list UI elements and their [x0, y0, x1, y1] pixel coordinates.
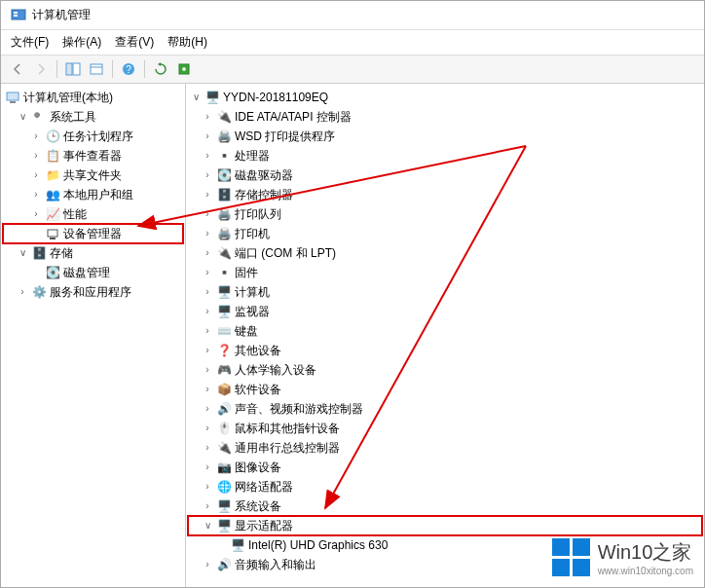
tree-performance[interactable]: ›📈性能 — [3, 204, 183, 224]
collapse-icon[interactable]: ∨ — [17, 108, 28, 126]
dm-firmware[interactable]: ›▪️固件 — [188, 263, 702, 282]
tree-system-tools[interactable]: ∨系统工具 — [3, 107, 183, 127]
dm-disk[interactable]: ›💽磁盘驱动器 — [188, 165, 702, 185]
left-tree-pane: 计算机管理(本地) ∨系统工具 ›🕒任务计划程序 ›📋事件查看器 ›📁共享文件夹… — [1, 84, 186, 587]
menubar: 文件(F) 操作(A) 查看(V) 帮助(H) — [1, 30, 704, 55]
storage-ctrl-icon: 🗄️ — [216, 187, 232, 202]
menu-view[interactable]: 查看(V) — [115, 34, 154, 51]
help-button[interactable]: ? — [118, 58, 139, 80]
menu-file[interactable]: 文件(F) — [11, 34, 49, 51]
expand-icon[interactable]: › — [202, 420, 213, 437]
dm-sound[interactable]: ›🔊声音、视频和游戏控制器 — [188, 399, 702, 419]
dm-other[interactable]: ›❓其他设备 — [188, 341, 702, 360]
collapse-icon[interactable]: ∨ — [202, 517, 213, 534]
dm-software[interactable]: ›📦软件设备 — [188, 380, 702, 399]
expand-icon[interactable]: › — [202, 381, 213, 398]
expand-icon[interactable]: › — [202, 147, 213, 165]
expand-icon[interactable]: › — [17, 283, 28, 301]
dm-imaging[interactable]: ›📷图像设备 — [188, 458, 702, 477]
export-button[interactable] — [173, 58, 195, 80]
tree-event-viewer[interactable]: ›📋事件查看器 — [3, 146, 183, 165]
svg-rect-5 — [91, 64, 102, 74]
wrench-icon — [31, 109, 47, 125]
dm-root[interactable]: ∨🖥️YYDN-20181109EQ — [188, 88, 702, 107]
expand-icon[interactable]: › — [202, 283, 213, 301]
expand-icon[interactable]: › — [202, 497, 213, 515]
show-hide-tree-button[interactable] — [62, 58, 84, 80]
toolbar-separator — [112, 60, 113, 78]
expand-icon[interactable]: › — [202, 108, 213, 126]
tree-storage[interactable]: ∨🗄️存储 — [3, 243, 183, 263]
collapse-icon[interactable]: ∨ — [190, 89, 202, 106]
dm-mouse[interactable]: ›🖱️鼠标和其他指针设备 — [188, 419, 702, 438]
dm-storage-ctrl[interactable]: ›🗄️存储控制器 — [188, 185, 702, 204]
collapse-icon[interactable]: ∨ — [17, 244, 28, 262]
dm-network[interactable]: ›🌐网络适配器 — [188, 477, 702, 496]
tree-services-apps[interactable]: ›⚙️服务和应用程序 — [3, 282, 183, 302]
expand-icon[interactable]: › — [30, 147, 42, 165]
refresh-button[interactable] — [150, 58, 171, 80]
dm-system[interactable]: ›🖥️系统设备 — [188, 496, 702, 516]
expand-icon[interactable]: › — [202, 186, 213, 203]
expand-icon[interactable]: › — [202, 439, 213, 457]
expand-icon[interactable]: › — [202, 225, 213, 242]
audio-icon: 🔊 — [216, 557, 232, 572]
forward-button[interactable] — [30, 58, 52, 80]
svg-rect-11 — [10, 101, 16, 103]
expand-icon[interactable]: › — [202, 556, 213, 573]
dm-computer[interactable]: ›🖥️计算机 — [188, 282, 702, 302]
expand-icon[interactable]: › — [202, 322, 213, 340]
dm-usb[interactable]: ›🔌通用串行总线控制器 — [188, 438, 702, 458]
tree-shared-folders[interactable]: ›📁共享文件夹 — [3, 165, 183, 185]
watermark-title: Win10之家 — [598, 539, 693, 566]
usb-icon: 🔌 — [216, 440, 232, 456]
dm-print-queue[interactable]: ›🖨️打印队列 — [188, 204, 702, 224]
dm-cpu[interactable]: ›▪️处理器 — [188, 146, 702, 165]
dm-monitor[interactable]: ›🖥️监视器 — [188, 302, 702, 321]
system-icon: 🖥️ — [216, 498, 232, 514]
clock-icon: 🕒 — [45, 129, 60, 144]
expand-icon[interactable]: › — [202, 244, 213, 262]
expand-icon[interactable]: › — [30, 186, 42, 203]
tree-root[interactable]: 计算机管理(本地) — [3, 88, 183, 107]
keyboard-icon: ⌨️ — [216, 323, 232, 339]
expand-icon[interactable]: › — [202, 303, 213, 320]
dm-wsd[interactable]: ›🖨️WSD 打印提供程序 — [188, 127, 702, 146]
expand-icon[interactable]: › — [202, 205, 213, 223]
properties-button[interactable] — [86, 58, 107, 80]
expand-icon[interactable]: › — [30, 166, 42, 184]
expand-icon[interactable]: › — [202, 478, 213, 496]
dm-port[interactable]: ›🔌端口 (COM 和 LPT) — [188, 243, 702, 263]
expand-icon[interactable]: › — [202, 264, 213, 281]
toolbar-separator — [56, 60, 57, 78]
expand-icon[interactable]: › — [202, 128, 213, 145]
dm-ide[interactable]: ›🔌IDE ATA/ATAPI 控制器 — [188, 107, 702, 127]
dm-display[interactable]: ∨🖥️显示适配器 — [188, 516, 702, 535]
svg-rect-3 — [66, 63, 72, 75]
expand-icon[interactable]: › — [202, 400, 213, 418]
menu-action[interactable]: 操作(A) — [62, 34, 101, 51]
svg-rect-10 — [7, 92, 19, 100]
tree-local-users[interactable]: ›👥本地用户和组 — [3, 185, 183, 204]
expand-icon[interactable]: › — [202, 342, 213, 359]
expand-icon[interactable]: › — [202, 166, 213, 184]
tree-task-scheduler[interactable]: ›🕒任务计划程序 — [3, 127, 183, 146]
dm-printer[interactable]: ›🖨️打印机 — [188, 224, 702, 243]
tree-disk-mgmt[interactable]: 💽磁盘管理 — [3, 263, 183, 282]
queue-icon: 🖨️ — [216, 206, 232, 222]
expand-icon[interactable]: › — [30, 128, 42, 145]
expand-icon[interactable]: › — [202, 361, 213, 379]
print-icon: 🖨️ — [216, 129, 232, 144]
camera-icon: 📷 — [216, 459, 232, 475]
dm-keyboard[interactable]: ›⌨️键盘 — [188, 321, 702, 341]
menu-help[interactable]: 帮助(H) — [167, 34, 207, 51]
expand-icon[interactable]: › — [202, 459, 213, 476]
sound-icon: 🔊 — [216, 401, 232, 417]
folder-icon: 📁 — [45, 167, 60, 183]
dm-hid[interactable]: ›🎮人体学输入设备 — [188, 360, 702, 380]
expand-icon[interactable]: › — [30, 205, 42, 223]
svg-rect-12 — [48, 230, 57, 237]
back-button[interactable] — [7, 58, 28, 80]
firmware-icon: ▪️ — [216, 265, 232, 280]
tree-device-manager[interactable]: 设备管理器 — [3, 224, 183, 243]
